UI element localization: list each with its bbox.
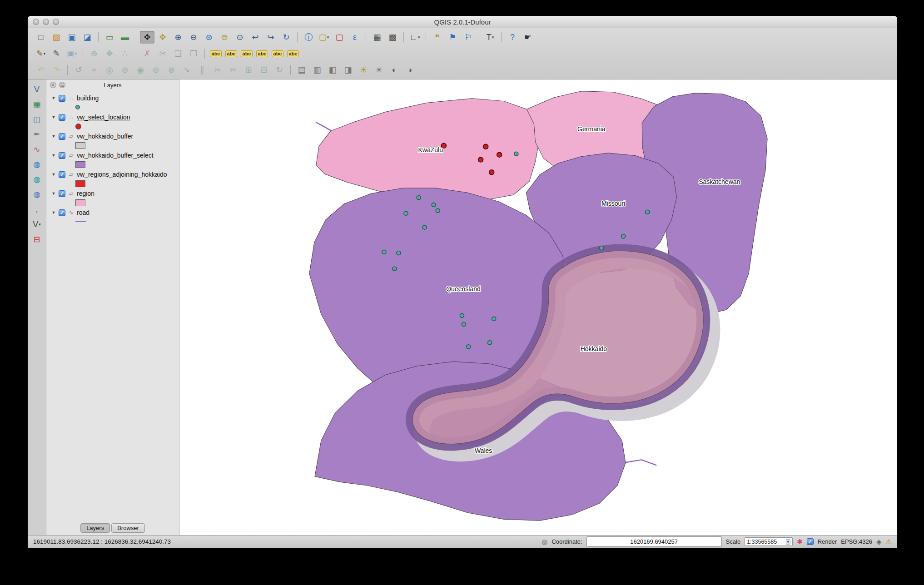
- labeling-button[interactable]: abc: [209, 47, 223, 60]
- rotate-point-symbols-button[interactable]: ↻: [272, 64, 287, 76]
- add-mssql-layer-button[interactable]: ∿: [30, 143, 44, 156]
- stop-rendering-button[interactable]: ✱: [797, 538, 803, 545]
- change-label-button[interactable]: abc: [286, 47, 300, 60]
- new-bookmark-button[interactable]: ⚑: [445, 31, 460, 44]
- pin-labels-button[interactable]: abc: [255, 47, 269, 60]
- rotate-feature-button[interactable]: ↺: [71, 64, 86, 76]
- delete-ring-button[interactable]: ⊘: [149, 64, 163, 76]
- zoom-full-button[interactable]: ⊛: [202, 31, 216, 44]
- layer-row-vw_regions_adjoining_hokkaido[interactable]: ▼✓▱vw_regions_adjoining_hokkaido: [51, 169, 179, 179]
- layer-name[interactable]: vw_regions_adjoining_hokkaido: [77, 171, 167, 178]
- panel-float-icon[interactable]: ◱: [59, 82, 65, 88]
- split-features-button[interactable]: ✂: [210, 64, 225, 76]
- layer-name[interactable]: vw_hokkaido_buffer_select: [77, 152, 154, 159]
- messages-button[interactable]: ⚠: [886, 538, 892, 545]
- pan-map-button[interactable]: ✥: [140, 31, 154, 44]
- minimize-window-button[interactable]: [43, 19, 49, 25]
- rotate-label-button[interactable]: abc: [239, 47, 254, 60]
- split-parts-button[interactable]: ✂: [226, 64, 240, 76]
- combo-arrow-icon[interactable]: ▾: [786, 539, 791, 545]
- zoom-to-layer-button[interactable]: ⊙: [233, 31, 247, 44]
- zoom-next-button[interactable]: ↪: [263, 31, 278, 44]
- add-postgis-layer-button[interactable]: ◫: [30, 113, 44, 126]
- dropdown-arrow-icon[interactable]: ▾: [492, 35, 494, 40]
- show-bookmarks-button[interactable]: ⚐: [461, 31, 475, 44]
- show-hide-labels-button[interactable]: abc: [270, 47, 285, 60]
- add-raster-layer-button[interactable]: ▦: [30, 98, 44, 111]
- composer-manager-button[interactable]: ▬: [118, 31, 132, 44]
- local-histogram-stretch-button[interactable]: ▤: [294, 64, 309, 76]
- increase-contrast-button[interactable]: ◐: [387, 64, 402, 76]
- layer-checkbox[interactable]: ✓: [59, 95, 65, 102]
- reshape-features-button[interactable]: ➘: [179, 64, 194, 76]
- redo-button[interactable]: ↷: [49, 64, 64, 76]
- layer-checkbox[interactable]: ✓: [59, 190, 65, 197]
- add-part-button[interactable]: ⊚: [118, 64, 132, 76]
- layer-row-vw_hokkaido_buffer[interactable]: ▼✓▱vw_hokkaido_buffer: [51, 131, 179, 141]
- layer-row-road[interactable]: ▼✓∿road: [51, 208, 179, 218]
- layer-checkbox[interactable]: ✓: [59, 152, 65, 159]
- layer-checkbox[interactable]: ✓: [59, 171, 65, 178]
- merge-features-button[interactable]: ⊞: [241, 64, 256, 76]
- map-canvas[interactable]: KwaZuluGermaniaSaskatchewanMissouriQueen…: [179, 79, 897, 535]
- expand-arrow-icon[interactable]: ▼: [51, 134, 56, 139]
- layer-name[interactable]: vw_select_location: [77, 114, 130, 121]
- full-histogram-stretch-button[interactable]: ▥: [310, 64, 324, 76]
- save-layer-edits-button[interactable]: ▣▾: [65, 47, 79, 60]
- expand-arrow-icon[interactable]: ▼: [51, 210, 56, 215]
- toggle-editing-button[interactable]: ✎: [49, 47, 64, 60]
- expand-arrow-icon[interactable]: ▼: [51, 115, 56, 119]
- identify-features-button[interactable]: ⓘ: [301, 31, 316, 44]
- dropdown-arrow-icon[interactable]: ▾: [39, 222, 41, 227]
- text-annotation-button[interactable]: T▾: [483, 31, 497, 44]
- merge-attributes-button[interactable]: ⊟: [257, 64, 271, 76]
- add-feature-button[interactable]: ⊕: [87, 47, 101, 60]
- help-button[interactable]: ?: [505, 31, 520, 44]
- node-tool-button[interactable]: ∴: [118, 47, 132, 60]
- layer-row-region[interactable]: ▼✓▱region: [51, 188, 179, 198]
- remove-layer-button[interactable]: ⊟: [30, 233, 44, 246]
- local-contrast-stretch-button[interactable]: ◧: [325, 64, 340, 76]
- toggle-extents-button[interactable]: ◎: [541, 538, 547, 545]
- coordinate-input[interactable]: [586, 536, 722, 547]
- add-ring-button[interactable]: ◎: [102, 64, 117, 76]
- add-wfs-layer-button[interactable]: ◍: [30, 188, 44, 201]
- copy-features-button[interactable]: ❏: [171, 47, 185, 60]
- zoom-to-selection-button[interactable]: ⊜: [217, 31, 232, 44]
- dropdown-arrow-icon[interactable]: ▾: [418, 35, 420, 40]
- save-project-button[interactable]: ▣: [65, 31, 79, 44]
- refresh-map-button[interactable]: ↻: [279, 31, 293, 44]
- layer-name[interactable]: road: [77, 209, 89, 216]
- layer-name[interactable]: region: [77, 190, 94, 197]
- cut-features-button[interactable]: ✂: [155, 47, 170, 60]
- add-wcs-layer-button[interactable]: ◍: [30, 173, 44, 186]
- add-wms-layer-button[interactable]: ◍: [30, 158, 44, 171]
- layer-checkbox[interactable]: ✓: [59, 133, 65, 140]
- layer-row-vw_select_location[interactable]: ▼✓∴vw_select_location: [51, 112, 179, 122]
- new-print-composer-button[interactable]: ▭: [102, 31, 117, 44]
- expand-arrow-icon[interactable]: ▼: [51, 172, 56, 177]
- undo-button[interactable]: ↶: [34, 64, 48, 76]
- select-by-expression-button[interactable]: ε: [348, 31, 362, 44]
- measure-button[interactable]: ∟▾: [407, 31, 422, 44]
- zoom-out-button[interactable]: ⊖: [186, 31, 201, 44]
- delete-part-button[interactable]: ⊗: [164, 64, 179, 76]
- panel-close-icon[interactable]: ×: [50, 82, 56, 88]
- zoom-in-button[interactable]: ⊕: [171, 31, 185, 44]
- dropdown-arrow-icon[interactable]: ▾: [44, 51, 46, 56]
- close-window-button[interactable]: [33, 19, 39, 25]
- fill-ring-button[interactable]: ◉: [133, 64, 148, 76]
- move-label-button[interactable]: abc: [224, 47, 238, 60]
- add-delimited-text-layer-button[interactable]: ,: [30, 203, 44, 216]
- panel-tab-browser[interactable]: Browser: [111, 523, 145, 533]
- current-edits-button[interactable]: ✎▾: [34, 47, 48, 60]
- save-project-as-button[interactable]: ◪: [80, 31, 94, 44]
- new-shapefile-layer-button[interactable]: V▾: [30, 218, 44, 231]
- add-vector-layer-button[interactable]: V: [30, 83, 44, 96]
- layer-name[interactable]: building: [77, 94, 99, 102]
- move-feature-button[interactable]: ✥: [102, 47, 117, 60]
- titlebar[interactable]: QGIS 2.0.1-Dufour: [28, 16, 897, 28]
- increase-brightness-button[interactable]: ☀: [356, 64, 371, 76]
- map-tips-button[interactable]: ❝: [430, 31, 444, 44]
- expand-arrow-icon[interactable]: ▼: [51, 191, 56, 196]
